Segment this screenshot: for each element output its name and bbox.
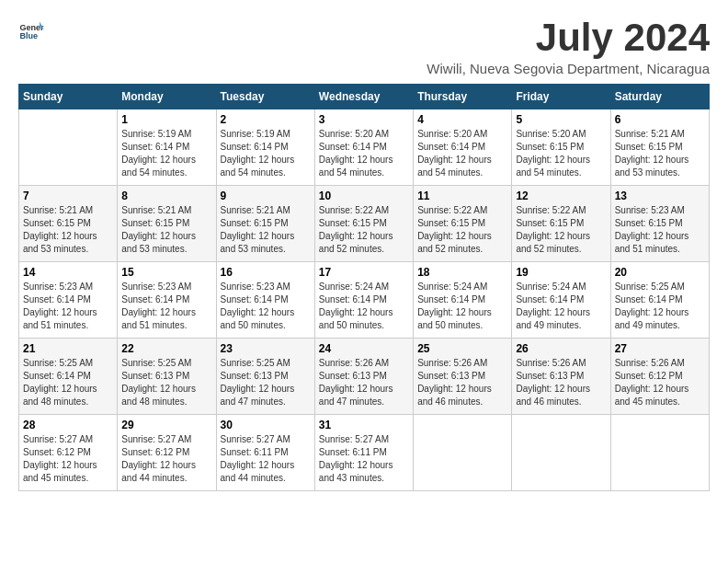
- day-number: 3: [319, 113, 409, 126]
- day-info: Sunrise: 5:27 AMSunset: 6:11 PMDaylight:…: [221, 433, 311, 485]
- calendar-cell: 31 Sunrise: 5:27 AMSunset: 6:11 PMDaylig…: [314, 415, 413, 491]
- day-number: 4: [417, 113, 507, 126]
- svg-text:Blue: Blue: [19, 31, 38, 40]
- day-number: 6: [615, 113, 705, 126]
- day-number: 1: [121, 113, 211, 126]
- day-number: 16: [221, 266, 311, 279]
- calendar-cell: 5 Sunrise: 5:20 AMSunset: 6:15 PMDayligh…: [512, 109, 610, 186]
- day-info: Sunrise: 5:19 AMSunset: 6:14 PMDaylight:…: [121, 128, 211, 179]
- day-info: Sunrise: 5:22 AMSunset: 6:15 PMDaylight:…: [516, 204, 606, 256]
- day-info: Sunrise: 5:21 AMSunset: 6:15 PMDaylight:…: [121, 204, 211, 256]
- day-number: 22: [121, 342, 211, 355]
- day-info: Sunrise: 5:27 AMSunset: 6:11 PMDaylight:…: [319, 433, 409, 485]
- day-number: 5: [516, 113, 606, 126]
- day-info: Sunrise: 5:20 AMSunset: 6:14 PMDaylight:…: [417, 128, 507, 179]
- calendar-cell: 25 Sunrise: 5:26 AMSunset: 6:13 PMDaylig…: [414, 339, 512, 415]
- location-title: Wiwili, Nueva Segovia Department, Nicara…: [427, 61, 710, 76]
- col-saturday: Saturday: [610, 85, 709, 109]
- calendar-cell: 27 Sunrise: 5:26 AMSunset: 6:12 PMDaylig…: [610, 339, 709, 415]
- day-info: Sunrise: 5:26 AMSunset: 6:13 PMDaylight:…: [516, 357, 606, 408]
- day-number: 7: [23, 190, 113, 202]
- day-number: 20: [615, 266, 705, 279]
- day-number: 25: [417, 342, 507, 355]
- day-info: Sunrise: 5:19 AMSunset: 6:14 PMDaylight:…: [221, 128, 311, 179]
- day-number: 8: [121, 190, 211, 202]
- day-info: Sunrise: 5:20 AMSunset: 6:14 PMDaylight:…: [319, 128, 409, 179]
- page-header: General Blue July 2024 Wiwili, Nueva Seg…: [18, 18, 710, 76]
- calendar-cell: 6 Sunrise: 5:21 AMSunset: 6:15 PMDayligh…: [610, 109, 709, 186]
- calendar-cell: 20 Sunrise: 5:25 AMSunset: 6:14 PMDaylig…: [610, 262, 709, 339]
- col-thursday: Thursday: [414, 85, 512, 109]
- calendar-cell: 17 Sunrise: 5:24 AMSunset: 6:14 PMDaylig…: [314, 262, 413, 339]
- calendar-cell: 7 Sunrise: 5:21 AMSunset: 6:15 PMDayligh…: [19, 186, 118, 262]
- calendar-cell: 30 Sunrise: 5:27 AMSunset: 6:11 PMDaylig…: [216, 415, 314, 491]
- calendar-week-row: 28 Sunrise: 5:27 AMSunset: 6:12 PMDaylig…: [19, 415, 710, 491]
- day-number: 14: [23, 266, 113, 279]
- day-number: 27: [615, 342, 705, 355]
- col-tuesday: Tuesday: [216, 85, 314, 109]
- col-friday: Friday: [512, 85, 610, 109]
- day-number: 19: [516, 266, 606, 279]
- calendar-week-row: 7 Sunrise: 5:21 AMSunset: 6:15 PMDayligh…: [19, 186, 710, 262]
- day-number: 10: [319, 190, 409, 202]
- calendar-cell: 12 Sunrise: 5:22 AMSunset: 6:15 PMDaylig…: [512, 186, 610, 262]
- calendar-cell: 13 Sunrise: 5:23 AMSunset: 6:15 PMDaylig…: [610, 186, 709, 262]
- day-number: 31: [319, 419, 409, 431]
- day-info: Sunrise: 5:27 AMSunset: 6:12 PMDaylight:…: [121, 433, 211, 485]
- day-number: 21: [23, 342, 113, 355]
- calendar-table: Sunday Monday Tuesday Wednesday Thursday…: [18, 84, 710, 491]
- day-number: 2: [221, 113, 311, 126]
- calendar-cell: 23 Sunrise: 5:25 AMSunset: 6:13 PMDaylig…: [216, 339, 314, 415]
- day-info: Sunrise: 5:25 AMSunset: 6:14 PMDaylight:…: [23, 357, 113, 408]
- day-info: Sunrise: 5:21 AMSunset: 6:15 PMDaylight:…: [23, 204, 113, 256]
- logo-icon: General Blue: [18, 18, 44, 44]
- calendar-cell: 11 Sunrise: 5:22 AMSunset: 6:15 PMDaylig…: [414, 186, 512, 262]
- day-number: 24: [319, 342, 409, 355]
- day-number: 30: [221, 419, 311, 431]
- day-number: 9: [221, 190, 311, 202]
- calendar-week-row: 1 Sunrise: 5:19 AMSunset: 6:14 PMDayligh…: [19, 109, 710, 186]
- calendar-week-row: 14 Sunrise: 5:23 AMSunset: 6:14 PMDaylig…: [19, 262, 710, 339]
- calendar-cell: 22 Sunrise: 5:25 AMSunset: 6:13 PMDaylig…: [118, 339, 216, 415]
- calendar-cell: 1 Sunrise: 5:19 AMSunset: 6:14 PMDayligh…: [118, 109, 216, 186]
- calendar-cell: 18 Sunrise: 5:24 AMSunset: 6:14 PMDaylig…: [414, 262, 512, 339]
- col-sunday: Sunday: [19, 85, 118, 109]
- calendar-cell: 15 Sunrise: 5:23 AMSunset: 6:14 PMDaylig…: [118, 262, 216, 339]
- day-info: Sunrise: 5:25 AMSunset: 6:13 PMDaylight:…: [121, 357, 211, 408]
- calendar-cell: 8 Sunrise: 5:21 AMSunset: 6:15 PMDayligh…: [118, 186, 216, 262]
- calendar-cell: [610, 415, 709, 491]
- day-number: 26: [516, 342, 606, 355]
- calendar-cell: 4 Sunrise: 5:20 AMSunset: 6:14 PMDayligh…: [414, 109, 512, 186]
- title-area: July 2024 Wiwili, Nueva Segovia Departme…: [427, 18, 710, 76]
- calendar-cell: 24 Sunrise: 5:26 AMSunset: 6:13 PMDaylig…: [314, 339, 413, 415]
- day-info: Sunrise: 5:26 AMSunset: 6:13 PMDaylight:…: [417, 357, 507, 408]
- day-number: 17: [319, 266, 409, 279]
- calendar-cell: 2 Sunrise: 5:19 AMSunset: 6:14 PMDayligh…: [216, 109, 314, 186]
- calendar-cell: 29 Sunrise: 5:27 AMSunset: 6:12 PMDaylig…: [118, 415, 216, 491]
- day-info: Sunrise: 5:24 AMSunset: 6:14 PMDaylight:…: [417, 281, 507, 332]
- day-info: Sunrise: 5:23 AMSunset: 6:14 PMDaylight:…: [121, 281, 211, 332]
- logo: General Blue: [18, 18, 44, 44]
- calendar-cell: [512, 415, 610, 491]
- day-number: 23: [221, 342, 311, 355]
- day-info: Sunrise: 5:23 AMSunset: 6:14 PMDaylight:…: [23, 281, 113, 332]
- calendar-cell: 28 Sunrise: 5:27 AMSunset: 6:12 PMDaylig…: [19, 415, 118, 491]
- day-info: Sunrise: 5:22 AMSunset: 6:15 PMDaylight:…: [319, 204, 409, 256]
- calendar-cell: 3 Sunrise: 5:20 AMSunset: 6:14 PMDayligh…: [314, 109, 413, 186]
- calendar-cell: [19, 109, 118, 186]
- day-number: 28: [23, 419, 113, 431]
- day-number: 18: [417, 266, 507, 279]
- day-info: Sunrise: 5:27 AMSunset: 6:12 PMDaylight:…: [23, 433, 113, 485]
- calendar-header-row: Sunday Monday Tuesday Wednesday Thursday…: [19, 85, 710, 109]
- day-info: Sunrise: 5:23 AMSunset: 6:15 PMDaylight:…: [615, 204, 705, 256]
- col-wednesday: Wednesday: [314, 85, 413, 109]
- col-monday: Monday: [118, 85, 216, 109]
- calendar-cell: 14 Sunrise: 5:23 AMSunset: 6:14 PMDaylig…: [19, 262, 118, 339]
- calendar-cell: 9 Sunrise: 5:21 AMSunset: 6:15 PMDayligh…: [216, 186, 314, 262]
- calendar-cell: [414, 415, 512, 491]
- day-info: Sunrise: 5:24 AMSunset: 6:14 PMDaylight:…: [319, 281, 409, 332]
- day-info: Sunrise: 5:24 AMSunset: 6:14 PMDaylight:…: [516, 281, 606, 332]
- month-title: July 2024: [427, 18, 710, 57]
- day-number: 13: [615, 190, 705, 202]
- day-number: 15: [121, 266, 211, 279]
